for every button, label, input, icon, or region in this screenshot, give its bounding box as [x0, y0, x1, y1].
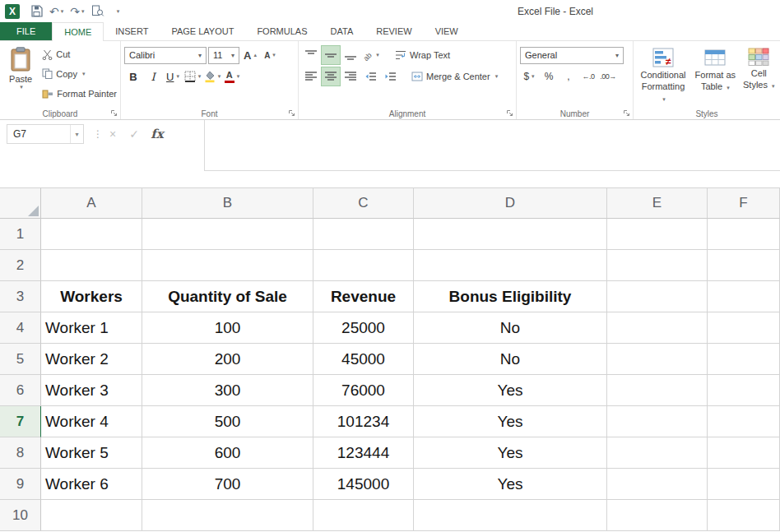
cell-F9[interactable]	[708, 469, 780, 500]
center-button[interactable]	[322, 67, 340, 86]
name-box[interactable]: G7 ▾	[7, 124, 84, 144]
cell-A8[interactable]: Worker 5	[41, 437, 142, 469]
cell-B5[interactable]: 200	[142, 344, 313, 375]
font-dialog-launcher[interactable]	[286, 108, 296, 118]
undo-button[interactable]: ↶ ▾	[49, 3, 63, 20]
row-header-4[interactable]: 4	[0, 312, 41, 344]
cell-D6[interactable]: Yes	[414, 375, 607, 406]
format-painter-button[interactable]: Format Painter	[42, 84, 117, 104]
cell-C3[interactable]: Revenue	[313, 281, 414, 312]
row-header-7[interactable]: 7	[0, 406, 41, 437]
align-right-button[interactable]	[341, 67, 360, 86]
row-header-2[interactable]: 2	[0, 250, 41, 281]
cancel-button[interactable]: ×	[104, 125, 122, 143]
cell-D8[interactable]: Yes	[414, 437, 607, 469]
cell-A3[interactable]: Workers	[41, 281, 142, 312]
cell-D7[interactable]: Yes	[414, 406, 607, 437]
cell-B1[interactable]	[142, 219, 313, 250]
cell-A9[interactable]: Worker 6	[41, 469, 142, 500]
ribbon-tab-review[interactable]: REVIEW	[364, 22, 423, 40]
column-header-F[interactable]: F	[708, 187, 780, 219]
customize-quick-access-button[interactable]: ▾	[111, 3, 124, 20]
increase-decimal-button[interactable]: ←.0	[579, 67, 597, 86]
cell-B4[interactable]: 100	[142, 312, 313, 344]
column-header-C[interactable]: C	[313, 187, 414, 219]
cell-E6[interactable]	[607, 375, 708, 406]
cell-F1[interactable]	[708, 219, 780, 250]
font-size-dropdown-icon[interactable]: ▾	[227, 48, 239, 63]
cell-F6[interactable]	[708, 375, 780, 406]
merge-and-center-button[interactable]: Merge & Center ▾	[409, 67, 500, 86]
cell-C1[interactable]	[313, 219, 414, 250]
cell-C6[interactable]: 76000	[313, 375, 414, 406]
bold-button[interactable]: B	[124, 67, 142, 86]
decrease-indent-button[interactable]	[361, 67, 379, 86]
cell-B10[interactable]	[142, 500, 313, 531]
underline-button[interactable]: U ▾	[164, 67, 182, 86]
ribbon-tab-data[interactable]: DATA	[319, 22, 365, 40]
cell-C2[interactable]	[313, 250, 414, 281]
cell-E2[interactable]	[607, 250, 708, 281]
orientation-dropdown-icon[interactable]: ▾	[376, 52, 379, 58]
wrap-text-button[interactable]: Wrap Text	[392, 46, 453, 64]
cell-F10[interactable]	[708, 500, 780, 531]
cell-A4[interactable]: Worker 1	[41, 312, 142, 344]
cell-F4[interactable]	[708, 312, 780, 344]
merge-center-dropdown-icon[interactable]: ▾	[495, 73, 499, 80]
accounting-format-button[interactable]: $ ▾	[520, 67, 538, 86]
cell-B9[interactable]: 700	[142, 469, 313, 500]
enter-button[interactable]: ✓	[125, 125, 143, 143]
save-button[interactable]	[30, 3, 43, 20]
cell-D9[interactable]: Yes	[414, 469, 607, 500]
cell-F7[interactable]	[708, 406, 780, 437]
cell-styles-button[interactable]: Cell Styles ▾	[741, 44, 777, 108]
cut-button[interactable]: Cut	[42, 44, 117, 64]
formula-bar-handle-icon[interactable]: ⋮	[93, 128, 103, 140]
cell-D4[interactable]: No	[414, 312, 607, 344]
clipboard-dialog-launcher[interactable]	[109, 108, 118, 118]
undo-dropdown-icon[interactable]: ▾	[61, 8, 64, 15]
cell-C9[interactable]: 145000	[313, 469, 414, 500]
cell-B3[interactable]: Quantity of Sale	[142, 281, 313, 312]
copy-dropdown-icon[interactable]: ▾	[82, 71, 86, 77]
ribbon-tab-home[interactable]: HOME	[52, 22, 104, 41]
cell-D5[interactable]: No	[414, 344, 607, 375]
row-header-6[interactable]: 6	[0, 375, 41, 406]
comma-style-button[interactable]: ,	[559, 67, 578, 86]
cell-D10[interactable]	[414, 500, 607, 531]
paste-dropdown-icon[interactable]: ▾	[20, 84, 23, 90]
row-header-3[interactable]: 3	[0, 281, 41, 312]
cell-E7[interactable]	[607, 406, 708, 437]
redo-dropdown-icon[interactable]: ▾	[81, 8, 85, 15]
cell-C7[interactable]: 101234	[313, 406, 414, 437]
cell-E1[interactable]	[607, 219, 708, 250]
cell-D3[interactable]: Bonus Eligibility	[414, 281, 607, 312]
alignment-dialog-launcher[interactable]	[504, 108, 514, 118]
cell-A2[interactable]	[41, 250, 142, 281]
row-header-10[interactable]: 10	[0, 500, 41, 531]
number-format-dropdown-icon[interactable]: ▾	[611, 48, 623, 63]
font-size-select[interactable]: 11 ▾	[208, 47, 239, 64]
orientation-button[interactable]: ab ▾	[361, 46, 379, 64]
paste-button[interactable]: Paste ▾	[3, 44, 38, 106]
column-header-D[interactable]: D	[414, 187, 607, 219]
number-dialog-launcher[interactable]	[621, 108, 631, 118]
borders-button[interactable]: ▾	[183, 67, 202, 86]
cell-E10[interactable]	[607, 500, 708, 531]
number-format-select[interactable]: General ▾	[520, 47, 624, 64]
cell-C5[interactable]: 45000	[313, 344, 414, 375]
format-as-table-button[interactable]: Format as Table ▾	[693, 44, 738, 108]
fill-color-dropdown-icon[interactable]: ▾	[218, 73, 221, 80]
increase-font-size-button[interactable]: A ▴	[241, 46, 259, 64]
select-all-button[interactable]	[0, 187, 41, 219]
font-color-dropdown-icon[interactable]: ▾	[237, 73, 240, 80]
cell-E8[interactable]	[607, 437, 708, 469]
formula-input[interactable]	[204, 120, 780, 171]
cell-E5[interactable]	[607, 344, 708, 375]
top-align-button[interactable]	[302, 46, 320, 64]
underline-dropdown-icon[interactable]: ▾	[176, 73, 179, 80]
decrease-decimal-button[interactable]: .00→	[599, 67, 617, 86]
cell-B8[interactable]: 600	[142, 437, 313, 469]
cell-A10[interactable]	[41, 500, 142, 531]
cell-F5[interactable]	[708, 344, 780, 375]
